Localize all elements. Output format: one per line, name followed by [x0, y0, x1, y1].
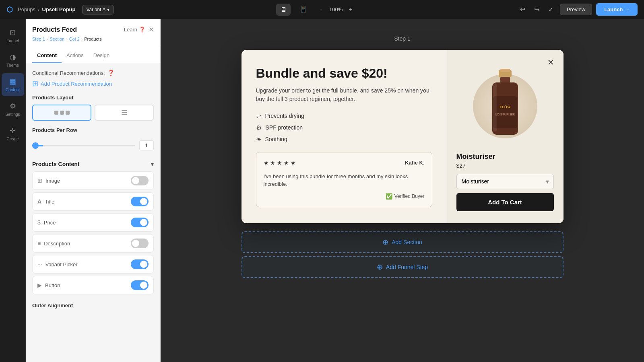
- popup-right: FLŌW MOISTURISER Moisturiser $27 Moistur…: [447, 50, 564, 223]
- mobile-device-btn[interactable]: 📱: [295, 3, 312, 16]
- title-toggle[interactable]: [131, 197, 149, 206]
- variant-picker-toggle[interactable]: [131, 259, 149, 269]
- toggle-item-title: A Title: [32, 192, 154, 211]
- sidebar-item-content[interactable]: ▦ Content: [2, 73, 24, 96]
- desktop-device-btn[interactable]: 🖥: [276, 4, 291, 16]
- toggle-item-button: ▶ Button: [32, 276, 154, 294]
- breadcrumb-section[interactable]: Section: [50, 37, 64, 41]
- feature-3-icon: ❧: [256, 136, 261, 143]
- tab-design[interactable]: Design: [89, 48, 114, 63]
- learn-link[interactable]: Learn ❓: [124, 27, 145, 33]
- breadcrumb-parent: Popups: [18, 6, 35, 12]
- sidebar-item-theme[interactable]: ◑ Theme: [2, 49, 24, 72]
- popup-feature-2: ⚙ SPF protection: [256, 124, 432, 132]
- product-price: $27: [456, 162, 554, 169]
- popup-feature-3: ❧ Soothing: [256, 136, 432, 143]
- image-label: Image: [45, 178, 60, 184]
- toggle-item-variant-picker-left: ··· Variant Picker: [37, 261, 78, 267]
- variant-chevron-icon: ▾: [107, 7, 109, 12]
- products-layout-title: Products Layout: [32, 95, 154, 101]
- button-toggle[interactable]: [131, 280, 149, 290]
- add-funnel-step-label: Add Funnel Step: [386, 264, 428, 270]
- conditional-info-icon[interactable]: ❓: [107, 70, 114, 76]
- review-box: ★ ★ ★ ★ ★ Katie K. I've been using this …: [256, 152, 432, 207]
- main-layout: ⊡ Funnel ◑ Theme ▦ Content ⚙ Settings ✛ …: [0, 19, 644, 362]
- title-toggle-slider: [131, 197, 149, 206]
- funnel-icon: ⊡: [10, 28, 16, 37]
- breadcrumb: Popups › Upsell Popup: [18, 6, 76, 12]
- product-image-container: FLŌW MOISTURISER: [465, 62, 545, 150]
- toggle-item-description: ≡ Description: [32, 234, 154, 253]
- per-row-slider[interactable]: [32, 145, 135, 146]
- review-footer: ✅ Verified Buyer: [264, 193, 425, 200]
- redo-btn[interactable]: ↪: [532, 3, 542, 16]
- description-toggle[interactable]: [131, 239, 149, 248]
- product-name: Moisturiser: [456, 152, 554, 161]
- add-to-cart-btn[interactable]: Add To Cart: [456, 193, 554, 211]
- conditional-recommendations-label: Conditional Recommendations: ❓: [32, 70, 154, 76]
- add-product-recommendation-btn[interactable]: ⊞ Add Product Recommendation: [32, 79, 154, 88]
- panel-close-btn[interactable]: ✕: [149, 26, 154, 33]
- breadcrumb-step[interactable]: Step 1: [32, 37, 45, 41]
- feature-1-icon: ⇌: [256, 112, 261, 120]
- popup-features: ⇌ Prevents drying ⚙ SPF protection ❧ Soo…: [256, 112, 432, 143]
- icon-sidebar: ⊡ Funnel ◑ Theme ▦ Content ⚙ Settings ✛ …: [0, 19, 26, 362]
- add-recommendation-icon: ⊞: [32, 79, 38, 88]
- breadcrumb-sep2: ›: [66, 37, 68, 41]
- product-variant-select[interactable]: Moisturiser: [456, 174, 554, 189]
- layout-option-list[interactable]: ☰: [95, 105, 154, 121]
- product-bottle-image: FLŌW MOISTURISER: [481, 68, 529, 144]
- canvas: Step 1 ✕ Bundle and save $20! Upgrade yo…: [161, 19, 644, 362]
- sidebar-item-content-label: Content: [6, 88, 20, 92]
- launch-btn[interactable]: Launch →: [596, 3, 638, 16]
- tab-content[interactable]: Content: [32, 48, 62, 63]
- panel-title: Products Feed: [32, 26, 77, 33]
- variant-picker-label: Variant Picker: [45, 261, 78, 267]
- zoom-out-btn[interactable]: -: [316, 5, 326, 14]
- tab-actions[interactable]: Actions: [62, 48, 89, 63]
- product-info: Moisturiser $27 Moisturiser ▾ Add To Car…: [456, 152, 554, 211]
- price-label: Price: [44, 220, 56, 226]
- sidebar-item-funnel[interactable]: ⊡ Funnel: [2, 24, 24, 47]
- panel-header-row: Products Feed Learn ❓ ✕: [32, 26, 154, 33]
- layout-option-grid[interactable]: [32, 105, 91, 121]
- svg-text:MOISTURISER: MOISTURISER: [495, 113, 515, 116]
- add-section-btn[interactable]: ⊕ Add Section: [242, 231, 564, 253]
- toggle-item-description-left: ≡ Description: [37, 240, 70, 247]
- description-toggle-slider: [131, 239, 149, 248]
- variant-picker-icon: ···: [37, 261, 42, 267]
- panel-header-actions: Learn ❓ ✕: [124, 26, 154, 33]
- price-toggle[interactable]: [131, 218, 149, 227]
- feature-2-text: SPF protection: [266, 124, 303, 131]
- panel-header: Products Feed Learn ❓ ✕ Step 1 › Section…: [26, 19, 160, 48]
- image-icon: ⊞: [37, 177, 42, 184]
- sidebar-item-create[interactable]: ✛ Create: [2, 122, 24, 145]
- svg-text:FLŌW: FLŌW: [500, 105, 511, 109]
- topbar-center: 🖥 📱 - 100% +: [119, 3, 513, 16]
- topbar: ⬡ Popups › Upsell Popup Variant A ▾ 🖥 📱 …: [0, 0, 644, 19]
- products-content-header[interactable]: Products Content ▾: [32, 157, 154, 171]
- learn-label: Learn: [124, 27, 137, 33]
- per-row-header: Products Per Row: [32, 127, 154, 137]
- zoom-in-btn[interactable]: +: [346, 5, 355, 14]
- undo-btn[interactable]: ↩: [518, 3, 528, 16]
- layout-options: ☰: [32, 105, 154, 121]
- add-funnel-step-btn[interactable]: ⊕ Add Funnel Step: [242, 256, 564, 278]
- panel: Products Feed Learn ❓ ✕ Step 1 › Section…: [26, 19, 161, 362]
- toggle-item-button-left: ▶ Button: [37, 282, 60, 288]
- sidebar-item-funnel-label: Funnel: [6, 39, 19, 43]
- image-toggle-slider: [131, 176, 149, 185]
- variant-selector[interactable]: Variant A ▾: [82, 5, 114, 14]
- add-section-label: Add Section: [392, 239, 422, 245]
- check-btn[interactable]: ✓: [546, 3, 556, 16]
- svg-rect-1: [500, 69, 510, 72]
- preview-btn[interactable]: Preview: [560, 4, 592, 15]
- verified-icon: ✅: [386, 193, 392, 200]
- sidebar-item-settings[interactable]: ⚙ Settings: [2, 98, 24, 121]
- popup-close-btn[interactable]: ✕: [545, 56, 557, 68]
- breadcrumb-col[interactable]: Col 2: [69, 37, 80, 41]
- image-toggle[interactable]: [131, 176, 149, 185]
- per-row-value-input[interactable]: [139, 140, 154, 150]
- toggle-item-title-left: A Title: [37, 198, 54, 205]
- popup-left: Bundle and save $20! Upgrade your order …: [242, 50, 447, 223]
